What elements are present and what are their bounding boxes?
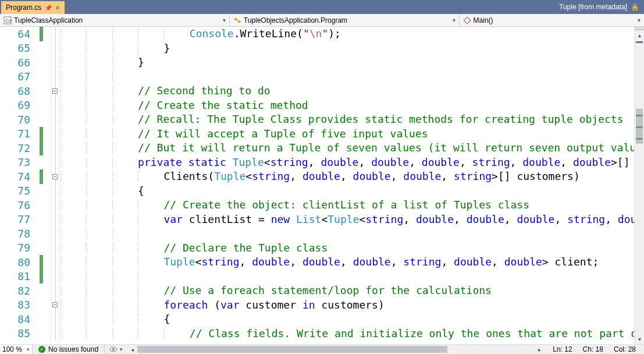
code-lens-dropdown[interactable]: ▾: [105, 346, 127, 353]
lock-icon: 🔒: [631, 3, 639, 11]
change-marker: [40, 327, 43, 341]
change-annotation: [636, 126, 643, 128]
outline-cell: [51, 270, 59, 284]
change-marker: [40, 98, 43, 113]
svg-line-4: [237, 19, 238, 22]
scroll-down-button[interactable]: ▾: [635, 334, 644, 344]
code-line[interactable]: Console.WriteLine("\n");: [59, 27, 634, 41]
line-number: 78: [0, 228, 36, 240]
line-number: 67: [0, 70, 36, 83]
code-line[interactable]: Clients(Tuple<string, double, double, do…: [59, 169, 634, 184]
svg-rect-5: [464, 17, 470, 23]
code-line[interactable]: var clientList = new List<Tuple<string, …: [59, 213, 634, 227]
outline-cell: [51, 41, 59, 56]
nav-class-dropdown[interactable]: TupleObjectsApplication.Program ▾: [230, 14, 460, 26]
class-icon: [233, 16, 241, 24]
outline-cell: [51, 312, 59, 327]
code-line[interactable]: // It will accept a Tuple of five input …: [59, 127, 634, 141]
code-line[interactable]: {: [59, 184, 634, 199]
change-marker: [40, 198, 43, 213]
code-line[interactable]: [59, 270, 634, 284]
collapse-toggle[interactable]: −: [52, 302, 58, 307]
scroll-left-button[interactable]: ◂: [127, 345, 137, 355]
gutter-row: 70: [0, 112, 51, 127]
scrollbar-track[interactable]: [635, 40, 644, 334]
vertical-scrollbar[interactable]: ▴ ▾: [634, 27, 644, 344]
chevron-down-icon: ▾: [638, 17, 641, 23]
outline-cell: [51, 112, 59, 127]
outline-cell: [51, 226, 59, 241]
scroll-up-button[interactable]: ▴: [635, 30, 644, 40]
check-circle-icon: ✓: [38, 346, 45, 353]
metadata-text: Tuple [from metadata]: [559, 3, 627, 11]
change-marker: [40, 270, 43, 284]
code-line[interactable]: private static Tuple<string, double, dou…: [59, 155, 634, 170]
gutter-row: 66: [0, 55, 51, 70]
change-marker: [40, 312, 43, 327]
gutter-row: 64: [0, 27, 51, 41]
scroll-right-button[interactable]: ▸: [535, 345, 545, 355]
caret-position: Ln: 12 Ch: 18 Col: 28: [545, 345, 644, 355]
change-marker: [40, 112, 43, 127]
chevron-down-icon: ▾: [27, 346, 30, 352]
file-tab-active[interactable]: Program.cs 📌 ×: [1, 1, 65, 14]
nav-project-dropdown[interactable]: C# TupleClassApplication ▾: [0, 14, 230, 26]
gutter-row: 68: [0, 84, 51, 98]
code-line[interactable]: // Second thing to do: [59, 84, 634, 98]
change-marker: [40, 169, 43, 184]
line-number: 70: [0, 114, 36, 126]
outline-cell[interactable]: −: [51, 84, 59, 98]
code-line[interactable]: }: [59, 55, 634, 70]
outline-cell[interactable]: −: [51, 169, 59, 184]
code-line[interactable]: Tuple<string, double, double, double, st…: [59, 255, 634, 270]
code-line[interactable]: [59, 70, 634, 84]
outline-cell[interactable]: −: [51, 298, 59, 313]
h-scrollbar-track[interactable]: [137, 345, 535, 354]
issues-indicator[interactable]: ✓ No issues found: [33, 345, 105, 355]
code-line[interactable]: }: [59, 41, 634, 56]
outline-cell: [51, 241, 59, 256]
line-number: 64: [0, 28, 36, 40]
change-marker: [40, 127, 43, 141]
code-line[interactable]: [59, 226, 634, 241]
outline-cell: [51, 98, 59, 113]
code-line[interactable]: foreach (var customer in customers): [59, 298, 634, 313]
line-number: 77: [0, 213, 36, 225]
nav-member-dropdown[interactable]: Main() ▾: [460, 14, 644, 26]
chevron-down-icon: ▾: [120, 346, 123, 352]
char-indicator: Ch: 18: [583, 345, 603, 353]
gutter-row: 77: [0, 213, 51, 227]
svg-text:C#: C#: [5, 18, 12, 24]
navigation-bar: C# TupleClassApplication ▾ TupleObjectsA…: [0, 14, 644, 27]
close-icon[interactable]: ×: [55, 3, 60, 12]
code-editor[interactable]: 6465666768697071727374757677787980818283…: [0, 27, 644, 344]
pin-icon[interactable]: 📌: [45, 5, 52, 11]
code-line[interactable]: // Create the object: clientList of a li…: [59, 198, 634, 213]
line-number: 79: [0, 242, 36, 254]
zoom-dropdown[interactable]: 100 % ▾: [0, 345, 33, 355]
gutter-row: 79: [0, 241, 51, 256]
code-content[interactable]: Console.WriteLine("\n"); } } // Second t…: [59, 27, 634, 344]
tab-strip: Program.cs 📌 × Tuple [from metadata] 🔒: [0, 0, 644, 14]
change-marker: [40, 226, 43, 241]
code-line[interactable]: // Recall: The Tuple Class provides stat…: [59, 112, 634, 127]
line-number: 83: [0, 299, 36, 311]
code-line[interactable]: // Class fields. Write and initialize on…: [59, 327, 634, 341]
nav-member-label: Main(): [474, 16, 493, 24]
nav-project-label: TupleClassApplication: [14, 16, 83, 24]
code-line[interactable]: // Create the static method: [59, 98, 634, 113]
outlining-margin[interactable]: −−−: [51, 27, 59, 344]
collapse-toggle[interactable]: −: [52, 174, 58, 179]
code-line[interactable]: // Use a foreach statement/loop for the …: [59, 284, 634, 298]
line-number: 69: [0, 99, 36, 111]
chevron-down-icon: ▾: [223, 17, 226, 23]
code-line[interactable]: {: [59, 312, 634, 327]
outline-cell: [51, 127, 59, 141]
collapse-toggle[interactable]: −: [52, 88, 58, 94]
change-marker: [40, 213, 43, 227]
outline-cell: [51, 184, 59, 199]
code-line[interactable]: // But it will return a Tuple of seven v…: [59, 141, 634, 155]
code-line[interactable]: // Declare the Tuple class: [59, 241, 634, 256]
gutter-row: 71: [0, 127, 51, 141]
h-scrollbar-thumb[interactable]: [137, 346, 447, 353]
